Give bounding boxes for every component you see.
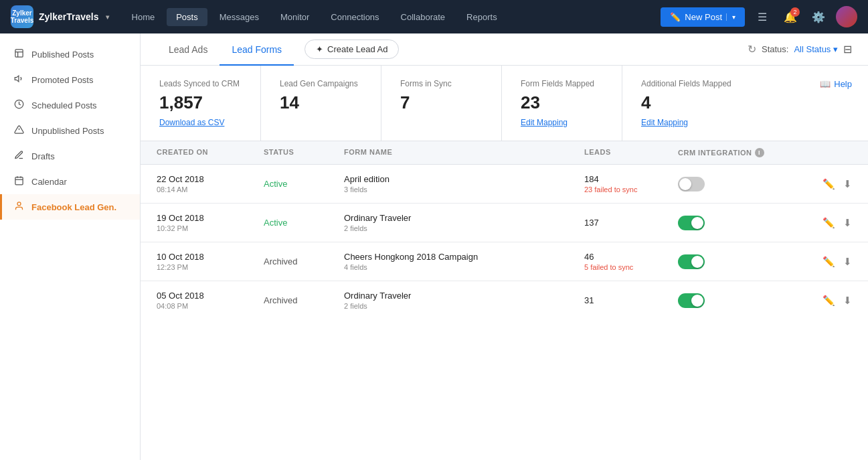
toggle-knob <box>691 217 703 229</box>
row-4-status: Archived <box>264 295 344 305</box>
grid-icon[interactable]: ☰ <box>752 6 773 27</box>
brand-logo-icon: ZylkerTravels <box>11 5 33 28</box>
nav-right-actions: ✏️ New Post ▾ ☰ 🔔 2 ⚙️ <box>661 6 857 27</box>
sidebar-item-facebook-lead-gen[interactable]: Facebook Lead Gen. <box>0 194 140 220</box>
sidebar-label-drafts: Drafts <box>31 151 55 161</box>
row-1-date: 22 Oct 2018 08:14 AM <box>157 174 264 194</box>
row-3-leads: 46 5 failed to sync <box>584 252 678 271</box>
crm-toggle-on[interactable] <box>678 254 705 269</box>
nav-reports[interactable]: Reports <box>457 8 507 26</box>
brand-logo[interactable]: ZylkerTravels ZylkerTravels ▾ <box>11 5 109 28</box>
svg-rect-7 <box>15 177 22 185</box>
download-icon[interactable]: ⬇ <box>843 217 852 229</box>
brand-chevron-icon: ▾ <box>106 13 109 21</box>
sidebar-item-published-posts[interactable]: Published Posts <box>0 42 140 67</box>
nav-home[interactable]: Home <box>122 8 165 26</box>
row-1-crm-toggle[interactable] <box>678 177 798 191</box>
row-4-actions: ✏️ ⬇ <box>798 295 852 307</box>
edit-icon[interactable]: ✏️ <box>822 256 835 268</box>
row-2-form-name: Ordinary Traveler 2 fields <box>344 213 584 232</box>
crm-toggle-on[interactable] <box>678 216 705 230</box>
nav-posts[interactable]: Posts <box>167 8 207 26</box>
edit-mapping-link-2[interactable]: Edit Mapping <box>641 118 688 127</box>
download-csv-link[interactable]: Download as CSV <box>159 118 224 127</box>
tabs-bar: Lead Ads Lead Forms ✦ Create Lead Ad ↻ S… <box>141 33 868 66</box>
stat-forms-sync-label: Forms in Sync <box>400 79 483 88</box>
row-2-date: 19 Oct 2018 10:32 PM <box>157 213 264 232</box>
row-3-date: 10 Oct 2018 12:23 PM <box>157 252 264 271</box>
row-4-date: 05 Oct 2018 04:08 PM <box>157 291 264 310</box>
col-crm-integration: CRM INTEGRATION i <box>678 148 798 157</box>
row-1-form-name: April edition 3 fields <box>344 174 584 194</box>
edit-icon[interactable]: ✏️ <box>822 295 835 307</box>
create-lead-ad-button[interactable]: ✦ Create Lead Ad <box>305 40 399 59</box>
notifications-icon[interactable]: 🔔 2 <box>780 6 801 27</box>
status-value: All Status <box>794 44 831 54</box>
col-actions <box>798 148 852 157</box>
tab-lead-ads[interactable]: Lead Ads <box>157 33 220 66</box>
crm-info-icon[interactable]: i <box>755 148 764 157</box>
nav-messages[interactable]: Messages <box>210 8 268 26</box>
tab-lead-forms[interactable]: Lead Forms <box>220 33 294 66</box>
drafts-icon <box>13 150 25 162</box>
status-select[interactable]: All Status ▾ <box>794 44 838 54</box>
avatar-image <box>836 6 857 27</box>
edit-icon[interactable]: ✏️ <box>822 217 835 229</box>
edit-icon[interactable]: ✏️ <box>822 178 835 190</box>
stat-forms-in-sync: Forms in Sync 7 <box>381 66 502 141</box>
create-btn-label: Create Lead Ad <box>327 44 387 54</box>
sidebar-label-unpublished: Unpublished Posts <box>31 126 104 136</box>
row-1-leads: 184 23 failed to sync <box>584 174 678 194</box>
stats-row: Leads Synced to CRM 1,857 Download as CS… <box>141 66 868 141</box>
new-post-button[interactable]: ✏️ New Post ▾ <box>661 7 745 27</box>
stat-additional-fields-value: 4 <box>641 92 849 113</box>
nav-collaborate[interactable]: Collaborate <box>392 8 455 26</box>
pencil-icon: ✏️ <box>670 12 681 22</box>
filter-icon[interactable]: ⊟ <box>843 43 852 56</box>
row-2-crm-toggle[interactable] <box>678 216 798 230</box>
sidebar-item-drafts[interactable]: Drafts <box>0 143 140 169</box>
table-row: 10 Oct 2018 12:23 PM Archived Cheers Hon… <box>141 242 868 281</box>
user-avatar[interactable] <box>836 6 857 27</box>
scheduled-posts-icon <box>13 99 25 111</box>
nav-monitor[interactable]: Monitor <box>271 8 319 26</box>
main-inner: Lead Ads Lead Forms ✦ Create Lead Ad ↻ S… <box>141 33 868 460</box>
sidebar-item-unpublished-posts[interactable]: Unpublished Posts <box>0 118 140 143</box>
top-navigation: ZylkerTravels ZylkerTravels ▾ Home Posts… <box>0 0 868 33</box>
sidebar-item-scheduled-posts[interactable]: Scheduled Posts <box>0 92 140 118</box>
create-icon: ✦ <box>316 44 323 54</box>
main-layout: Published Posts Promoted Posts Scheduled… <box>0 33 868 460</box>
row-3-crm-toggle[interactable] <box>678 254 798 269</box>
sidebar-item-calendar[interactable]: Calendar <box>0 169 140 194</box>
stat-leads-synced-value: 1,857 <box>159 92 242 113</box>
svg-point-11 <box>17 202 21 206</box>
main-content: Lead Ads Lead Forms ✦ Create Lead Ad ↻ S… <box>141 33 868 460</box>
download-icon[interactable]: ⬇ <box>843 178 852 190</box>
col-created-on: CREATED ON <box>157 148 264 157</box>
table-row: 19 Oct 2018 10:32 PM Active Ordinary Tra… <box>141 204 868 242</box>
help-book-icon: 📖 <box>820 79 831 89</box>
settings-icon[interactable]: ⚙️ <box>808 6 829 27</box>
row-4-crm-toggle[interactable] <box>678 293 798 308</box>
nav-links: Home Posts Messages Monitor Connections … <box>122 8 661 26</box>
stat-additional-fields: Additional Fields Mapped 4 Edit Mapping <box>622 66 868 141</box>
facebook-lead-gen-icon <box>13 201 25 213</box>
help-label: Help <box>834 79 852 89</box>
lead-forms-table: CREATED ON STATUS FORM NAME LEADS CRM IN… <box>141 141 868 319</box>
status-label: Status: <box>762 44 788 54</box>
stats-section: Leads Synced to CRM 1,857 Download as CS… <box>141 66 868 141</box>
svg-rect-0 <box>15 50 22 57</box>
sidebar-item-promoted-posts[interactable]: Promoted Posts <box>0 67 140 92</box>
nav-connections[interactable]: Connections <box>321 8 388 26</box>
promoted-posts-icon <box>13 74 25 86</box>
help-link[interactable]: 📖 Help <box>820 79 852 89</box>
download-icon[interactable]: ⬇ <box>843 256 852 268</box>
crm-toggle-on[interactable] <box>678 293 705 308</box>
edit-mapping-link-1[interactable]: Edit Mapping <box>521 118 568 127</box>
calendar-icon <box>13 175 25 187</box>
sidebar-label-facebook-lead-gen: Facebook Lead Gen. <box>31 202 116 212</box>
crm-toggle-off[interactable] <box>678 177 705 191</box>
download-icon[interactable]: ⬇ <box>843 295 852 307</box>
refresh-icon[interactable]: ↻ <box>748 43 756 56</box>
status-bar: ↻ Status: All Status ▾ ⊟ <box>748 43 852 56</box>
